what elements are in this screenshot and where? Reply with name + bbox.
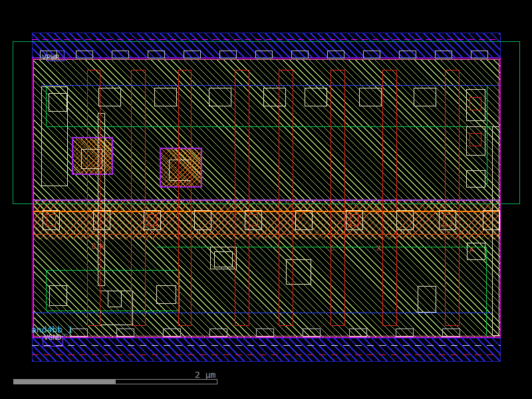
li-contact-upper-5 [359, 88, 382, 106]
scale-bar-filled-segment [13, 379, 115, 384]
licon-mid-con-4 [249, 214, 258, 226]
poly-gate-7 [445, 70, 460, 326]
li-contact-upper-1 [154, 88, 177, 106]
li-low-1 [49, 285, 67, 306]
vpwr-via-row-6 [255, 51, 273, 59]
pin-label-c: C [330, 245, 334, 252]
li-low-2-inner [108, 291, 122, 307]
li-col-r3 [466, 170, 485, 188]
vpwr-via-row-11 [435, 51, 452, 59]
licon-mid-con-0 [47, 214, 56, 226]
licon-mid-5 [295, 210, 313, 230]
li-col-r2-con [469, 133, 481, 146]
li-strip-right [492, 126, 499, 336]
label-vpwr: VPWR [42, 54, 60, 61]
li-contact-upper-6 [414, 88, 436, 106]
layout-canvas[interactable]: VPWRand4bb_1VGNDB_NCDXA [0, 0, 532, 399]
li-col-r1-con [469, 97, 481, 110]
li-contact-upper-2 [209, 88, 231, 106]
vpwr-via-row-5 [219, 51, 237, 59]
scale-bar-outline-segment [115, 379, 217, 384]
poly-gate-2 [178, 70, 192, 326]
vpwr-via-row-7 [291, 51, 309, 59]
vpwr-via-row-10 [399, 51, 416, 59]
poly-gate-5 [331, 70, 345, 326]
white-dash-bot [32, 345, 501, 346]
red-dash-bot [32, 354, 501, 355]
label-vgnd: VGND [44, 334, 62, 341]
li-low-6 [418, 286, 436, 313]
vpwr-via-row-8 [327, 51, 344, 59]
poly-gate-4 [279, 70, 293, 326]
vgnd-via-row-3 [209, 329, 227, 337]
licon-mid-7 [396, 210, 414, 230]
li-upper-left-sq [49, 93, 67, 112]
poly-gate-3 [235, 70, 249, 326]
pin-label-b-n: B_N [92, 243, 104, 250]
li-contact-upper-4 [305, 88, 327, 106]
vgnd-via-row-5 [303, 329, 321, 337]
vpwr-via-row-9 [363, 51, 380, 59]
vpwr-via-row-12 [471, 51, 488, 59]
vgnd-via-row-8 [442, 329, 460, 337]
vgnd-via-row-1 [116, 329, 134, 337]
licon-mid-1 [93, 210, 110, 230]
licon-mid-3 [194, 210, 211, 230]
vgnd-rail [32, 338, 501, 362]
vgnd-via-row-4 [256, 329, 274, 337]
pin-label-a: A [469, 247, 473, 253]
li-low-3 [156, 285, 176, 304]
vgnd-via-row-7 [396, 329, 414, 337]
licon-mid-9 [483, 210, 500, 230]
scale-bar: 2 μm [0, 366, 532, 399]
met1-dash-top [32, 39, 501, 40]
vgnd-via-row-2 [163, 329, 181, 337]
li-contact-upper-0 [98, 88, 121, 106]
li-contact-upper-3 [263, 88, 286, 106]
vpwr-via-row-4 [184, 51, 201, 59]
poly-gate-1 [131, 70, 146, 326]
licon-mid-con-8 [443, 214, 452, 226]
scale-bar-label: 2 μm [195, 370, 215, 380]
poly-gate-0 [87, 70, 100, 326]
poly-gate-6 [382, 70, 397, 326]
pin-label-d: D [375, 209, 379, 215]
vpwr-via-row-2 [112, 51, 129, 59]
licon-mid-con-6 [350, 214, 359, 226]
pin-label-x: X [376, 245, 380, 252]
vgnd-via-row-6 [349, 329, 367, 337]
licon-mid-con-2 [148, 214, 157, 226]
vpwr-via-row-3 [148, 51, 165, 59]
vpwr-via-row-1 [76, 51, 93, 59]
li-low-4-inner [214, 251, 233, 267]
